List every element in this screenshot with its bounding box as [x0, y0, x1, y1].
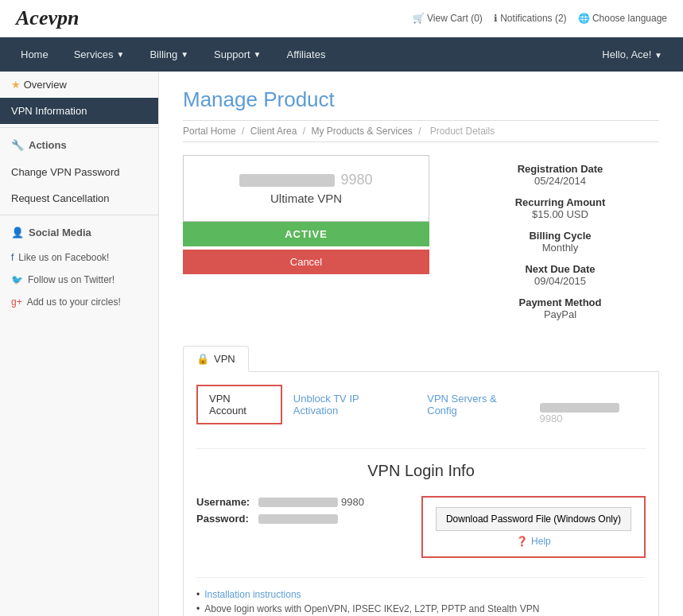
breadcrumb-product-details: Product Details [430, 126, 495, 137]
product-card: 9980 Ultimate VPN ACTIVE Cancel [183, 155, 429, 330]
language-link[interactable]: 🌐 Choose language [578, 13, 667, 24]
product-id: 9980 [200, 172, 413, 188]
password-row: Password: [196, 513, 390, 525]
download-password-file-button[interactable]: Download Password File (Windows Only) [436, 507, 631, 531]
download-box: Download Password File (Windows Only) ❓ … [421, 496, 646, 558]
username-blur [258, 498, 338, 507]
chevron-down-icon: ▼ [117, 50, 125, 59]
notifications-link[interactable]: ℹ Notifications (2) [494, 13, 567, 24]
question-icon: ❓ [516, 536, 528, 547]
tab-bar: 🔒 VPN [183, 346, 659, 372]
product-area: 9980 Ultimate VPN ACTIVE Cancel Registra… [183, 155, 659, 330]
username-row: Username: 9980 [196, 496, 390, 508]
breadcrumb-my-products[interactable]: My Products & Services [311, 126, 412, 137]
detail-recurring-amount: Recurring Amount $15.00 USD [461, 196, 659, 220]
nav-services[interactable]: Services ▼ [61, 37, 138, 72]
nav-billing[interactable]: Billing ▼ [137, 37, 201, 72]
breadcrumb-client-area[interactable]: Client Area [250, 126, 297, 137]
username-suffix: 9980 [341, 496, 364, 508]
product-status-badge: ACTIVE [183, 222, 429, 246]
bell-icon: ℹ [494, 13, 498, 24]
twitter-icon: 🐦 [11, 274, 23, 285]
star-icon: ★ [11, 79, 21, 91]
sub-tab-unblock-tv[interactable]: Unblock TV IP Activation [282, 386, 416, 423]
password-blur [258, 514, 338, 524]
credentials: Username: 9980 Password: [196, 496, 390, 529]
wrench-icon: 🔧 [11, 139, 24, 151]
sub-tab-vpn-account[interactable]: VPN Account [196, 385, 282, 424]
sidebar-item-twitter[interactable]: 🐦 Follow us on Twitter! [0, 269, 158, 291]
sidebar-item-vpn-info[interactable]: VPN Information [0, 98, 158, 124]
detail-billing-cycle: Billing Cycle Monthly [461, 230, 659, 254]
sub-tab-vpn-servers[interactable]: VPN Servers & Config [416, 386, 539, 423]
breadcrumb-sep-1: / [242, 126, 247, 137]
tab-vpn[interactable]: 🔒 VPN [183, 346, 249, 372]
vpn-tab-icon: 🔒 [196, 353, 209, 365]
login-info-row: Username: 9980 Password: Download Passwo… [196, 496, 646, 558]
product-id-blur [239, 174, 335, 187]
chevron-down-icon: ▼ [254, 50, 262, 59]
page-title: Manage Product [183, 87, 659, 112]
sidebar-actions-header: 🔧 Actions [0, 131, 158, 159]
cart-link[interactable]: 🛒 View Cart (0) [413, 13, 483, 24]
product-name: Ultimate VPN [200, 192, 413, 205]
detail-payment-method: Payment Method PayPal [461, 296, 659, 320]
top-bar: Acevpn 🛒 View Cart (0) ℹ Notifications (… [0, 0, 683, 37]
cart-icon: 🛒 [413, 13, 425, 24]
top-links: 🛒 View Cart (0) ℹ Notifications (2) 🌐 Ch… [413, 13, 667, 24]
chevron-down-icon: ▼ [180, 50, 188, 59]
username-label: Username: [196, 496, 252, 508]
vpn-account-bar: VPN Account Unblock TV IP Activation VPN… [196, 385, 646, 449]
nav-user[interactable]: Hello, Ace! ▼ [589, 37, 675, 72]
sidebar-item-googleplus[interactable]: g+ Add us to your circles! [0, 291, 158, 313]
detail-registration-date: Registration Date 05/24/2014 [461, 163, 659, 187]
main-nav: Home Services ▼ Billing ▼ Support ▼ Affi… [0, 37, 683, 72]
globe-icon: 🌐 [578, 13, 590, 24]
breadcrumb-sep-3: / [418, 126, 424, 137]
sidebar-item-facebook[interactable]: f Like us on Facebook! [0, 246, 158, 269]
help-link[interactable]: ❓ Help [436, 536, 631, 547]
notes-section: Installation instructions Above login wo… [196, 577, 646, 616]
nav-home[interactable]: Home [8, 37, 61, 72]
breadcrumb: Portal Home / Client Area / My Products … [183, 120, 659, 142]
vpn-content: VPN Account Unblock TV IP Activation VPN… [183, 372, 659, 616]
product-box: 9980 Ultimate VPN [183, 155, 429, 222]
nav-affiliates[interactable]: Affiliates [274, 37, 339, 72]
sidebar-divider-2 [0, 215, 158, 215]
sidebar-item-change-vpn-password[interactable]: Change VPN Password [0, 159, 158, 185]
googleplus-icon: g+ [11, 296, 22, 308]
chevron-down-icon: ▼ [654, 51, 662, 60]
breadcrumb-sep-2: / [303, 126, 309, 137]
content-area: Manage Product Portal Home / Client Area… [159, 72, 683, 616]
nav-support[interactable]: Support ▼ [201, 37, 274, 72]
note-installation: Installation instructions [196, 587, 646, 602]
notes-list: Installation instructions Above login wo… [196, 587, 646, 616]
product-details: Registration Date 05/24/2014 Recurring A… [461, 155, 659, 330]
cancel-button[interactable]: Cancel [183, 250, 429, 274]
sub-tabs: VPN Account Unblock TV IP Activation VPN… [196, 385, 540, 424]
vpn-account-id: 9980 [540, 401, 646, 424]
logo: Acevpn [16, 6, 79, 30]
sidebar-divider-1 [0, 127, 158, 128]
vpn-account-id-blur [540, 403, 619, 413]
breadcrumb-portal-home[interactable]: Portal Home [183, 126, 236, 137]
facebook-icon: f [11, 252, 14, 263]
vpn-login-title: VPN Login Info [196, 462, 646, 480]
detail-next-due-date: Next Due Date 09/04/2015 [461, 263, 659, 287]
password-label: Password: [196, 513, 252, 525]
sidebar: ★ Overview VPN Information 🔧 Actions Cha… [0, 72, 159, 616]
installation-instructions-link[interactable]: Installation instructions [204, 589, 301, 600]
sidebar-social-header: 👤 Social Media [0, 219, 158, 246]
sidebar-item-overview[interactable]: ★ Overview [0, 72, 158, 98]
note-protocols: Above login works with OpenVPN, IPSEC IK… [196, 602, 646, 616]
sidebar-item-request-cancellation[interactable]: Request Cancellation [0, 185, 158, 211]
social-icon: 👤 [11, 227, 24, 238]
main-layout: ★ Overview VPN Information 🔧 Actions Cha… [0, 72, 683, 616]
vpn-section: 🔒 VPN VPN Account Unblock TV IP Activati… [183, 346, 659, 616]
